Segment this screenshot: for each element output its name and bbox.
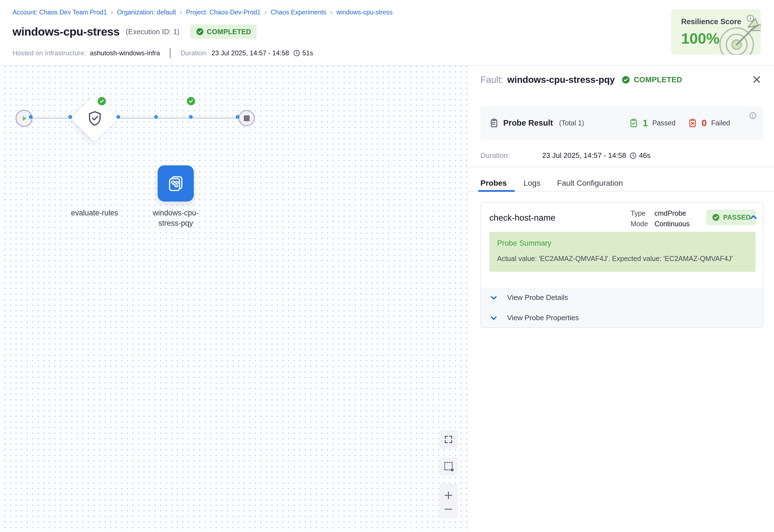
breadcrumb-project-link[interactable]: Project: Chaos-Dev-Prod1 xyxy=(186,9,261,16)
clock-icon xyxy=(293,49,300,57)
check-circle-icon xyxy=(621,75,630,84)
fault-status-badge: COMPLETED xyxy=(621,75,682,84)
connector-port[interactable] xyxy=(236,115,239,119)
fault-title: windows-cpu-stress-pqy xyxy=(507,74,615,85)
fault-status-text: COMPLETED xyxy=(634,76,682,84)
duration-elapsed: 51s xyxy=(302,49,313,57)
hosted-value: ashutosh-windows-infra xyxy=(90,49,160,57)
fault-duration-row: Duration: 23 Jul 2025, 14:57 - 14:58 46s xyxy=(480,151,654,160)
chaos-experiment-page: Account: Chaos Dev Team Prod1 › Organiza… xyxy=(0,0,774,532)
close-icon xyxy=(752,75,761,84)
breadcrumb-separator: › xyxy=(330,8,333,16)
passed-count: 1 xyxy=(643,118,648,128)
active-tab-indicator xyxy=(478,190,515,192)
failed-count: 0 xyxy=(702,118,707,128)
breadcrumb-experiments-link[interactable]: Chaos Experiments xyxy=(271,9,326,16)
view-probe-details-label: View Probe Details xyxy=(507,293,568,302)
passed-label: Passed xyxy=(652,119,675,127)
zoom-out-button[interactable] xyxy=(444,507,453,511)
view-probe-details-toggle[interactable]: View Probe Details xyxy=(481,287,763,308)
fault-panel-tabs: Probes Logs Fault Configuration xyxy=(480,175,623,192)
play-icon xyxy=(21,115,28,122)
probe-result-label: Probe Result xyxy=(503,118,553,128)
marquee-select-button[interactable] xyxy=(439,457,458,475)
probe-result-summary: Probe Result (Total 1) 1 Passed xyxy=(480,106,763,140)
pipeline-end-node[interactable] xyxy=(239,110,255,126)
clock-icon xyxy=(629,152,637,159)
windows-cpu-stress-node[interactable] xyxy=(158,165,194,202)
probe-summary-title: Probe Summary xyxy=(497,239,551,248)
probe-type-label: Type xyxy=(631,208,654,218)
stop-icon xyxy=(244,115,250,121)
experiment-status-badge: COMPLETED xyxy=(190,24,257,39)
probe-summary-box: Probe Summary Actual value: 'EC2AMAZ-QMV… xyxy=(489,232,756,272)
fault-details-panel: Fault: windows-cpu-stress-pqy COMPLETED xyxy=(468,66,774,532)
hosted-label: Hosted on Infrastructure: xyxy=(13,49,86,57)
view-probe-properties-label: View Probe Properties xyxy=(507,314,579,322)
evaluate-rules-label: evaluate-rules xyxy=(58,208,131,218)
clipboard-icon xyxy=(489,118,499,128)
tab-logs[interactable]: Logs xyxy=(524,179,540,188)
breadcrumb-account-link[interactable]: Account: Chaos Dev Team Prod1 xyxy=(13,9,107,16)
success-badge-icon xyxy=(96,96,107,106)
check-circle-icon xyxy=(712,213,720,222)
tab-probes[interactable]: Probes xyxy=(480,179,507,188)
duration-value: 23 Jul 2025, 14:57 - 14:58 xyxy=(212,49,289,57)
chevron-down-icon xyxy=(489,293,498,302)
probe-result-total: (Total 1) xyxy=(559,119,584,127)
breadcrumb-separator: › xyxy=(180,8,182,16)
execution-id: (Execution ID: 1) xyxy=(126,28,180,36)
connector-port[interactable] xyxy=(116,115,120,119)
pipeline-edge xyxy=(24,118,247,119)
zoom-in-button[interactable] xyxy=(444,491,453,500)
zoom-control xyxy=(439,483,458,518)
fullscreen-button[interactable] xyxy=(439,430,458,449)
marquee-select-icon xyxy=(444,462,453,470)
check-circle-icon xyxy=(196,28,204,36)
close-panel-button[interactable] xyxy=(751,74,762,85)
shield-check-icon xyxy=(86,110,103,127)
fullscreen-icon xyxy=(444,435,453,444)
probe-type-value: cmdProbe xyxy=(654,208,686,218)
resilience-score-value: 100% xyxy=(681,30,720,47)
tab-fault-configuration[interactable]: Fault Configuration xyxy=(557,179,623,188)
failed-label: Failed xyxy=(711,119,730,127)
chaos-experiment-icon xyxy=(167,174,185,193)
connector-port[interactable] xyxy=(154,115,158,119)
probe-card-footer: View Probe Details View Probe Properties xyxy=(481,287,763,328)
divider xyxy=(170,48,170,58)
passed-clipboard-icon xyxy=(629,118,638,128)
fault-title-label: Fault: xyxy=(480,74,503,85)
page-header: Account: Chaos Dev Team Prod1 › Organiza… xyxy=(0,0,774,66)
fault-duration-value: 23 Jul 2025, 14:57 - 14:58 xyxy=(542,151,626,160)
experiment-status-text: COMPLETED xyxy=(207,28,251,36)
chevron-down-icon xyxy=(489,314,498,322)
connector-port[interactable] xyxy=(68,115,72,119)
pipeline-canvas[interactable]: evaluate-rules windows-cpu-stress-pqy xyxy=(0,66,468,532)
page-title: windows-cpu-stress xyxy=(13,25,120,38)
target-arrow-illustration xyxy=(717,15,761,55)
connector-port[interactable] xyxy=(29,115,33,119)
probe-mode-value: Continuous xyxy=(654,218,689,229)
failed-clipboard-icon xyxy=(688,118,697,128)
breadcrumb-separator: › xyxy=(264,8,267,16)
probe-card: check-host-name Type cmdProbe Mode Conti… xyxy=(480,202,763,328)
probe-summary-text: Actual value: 'EC2AMAZ-QMVAF4J'. Expecte… xyxy=(497,255,733,263)
fault-duration-label: Duration: xyxy=(480,151,542,160)
fault-duration-elapsed: 46s xyxy=(639,151,651,160)
connector-port[interactable] xyxy=(189,115,193,119)
duration-label: Duration: xyxy=(180,49,207,57)
breadcrumb-org-link[interactable]: Organization: default xyxy=(117,9,176,16)
view-probe-properties-toggle[interactable]: View Probe Properties xyxy=(481,308,763,328)
breadcrumb-separator: › xyxy=(111,8,113,16)
breadcrumb: Account: Chaos Dev Team Prod1 › Organiza… xyxy=(13,8,393,16)
breadcrumb-current-link[interactable]: windows-cpu-stress xyxy=(336,9,393,16)
probe-name: check-host-name xyxy=(489,213,555,223)
success-badge-icon xyxy=(186,96,196,106)
collapse-chevron-up-icon[interactable] xyxy=(748,212,758,222)
probe-status-text: PASSED xyxy=(723,213,751,221)
chaos-node-label: windows-cpu-stress-pqy xyxy=(150,208,201,228)
info-icon[interactable] xyxy=(749,112,757,120)
resilience-score-card: Resilience Score 100% xyxy=(671,9,761,55)
probe-mode-label: Mode xyxy=(631,218,654,229)
